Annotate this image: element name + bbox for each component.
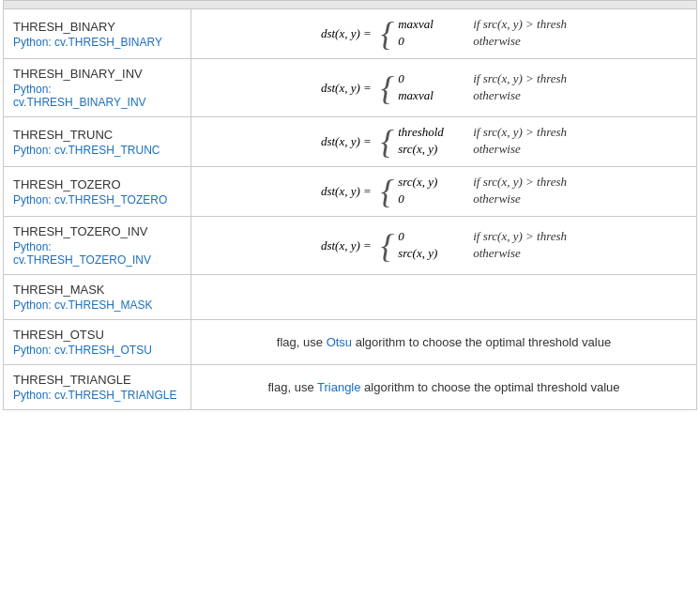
case-row: src(x, y) if src(x, y) > thresh <box>398 175 567 190</box>
algo-link: Triangle <box>317 380 360 394</box>
col-name: THRESH_TRIANGLE Python: cv.THRESH_TRIANG… <box>4 365 191 409</box>
big-brace: { <box>381 229 394 263</box>
case-value: maxval <box>398 88 464 103</box>
enum-name: THRESH_TOZERO_INV <box>13 224 181 238</box>
case-row: 0 if src(x, y) > thresh <box>398 71 567 86</box>
case-row: 0 if src(x, y) > thresh <box>398 229 567 244</box>
case-row: 0 otherwise <box>398 191 567 207</box>
table-body: THRESH_BINARY Python: cv.THRESH_BINARY d… <box>4 9 696 409</box>
big-brace: { <box>381 17 394 51</box>
case-condition: if src(x, y) > thresh <box>473 17 567 32</box>
case-condition: if src(x, y) > thresh <box>473 175 567 190</box>
case-row: maxval otherwise <box>398 88 567 103</box>
enum-name: THRESH_BINARY_INV <box>13 67 181 81</box>
table-row: THRESH_MASK Python: cv.THRESH_MASK <box>4 275 696 320</box>
enum-name: THRESH_OTSU <box>13 328 181 342</box>
case-row: threshold if src(x, y) > thresh <box>398 125 567 140</box>
python-name: Python: cv.THRESH_TOZERO <box>13 193 181 207</box>
case-condition: otherwise <box>473 142 521 157</box>
case-value: src(x, y) <box>398 142 464 157</box>
case-row: 0 otherwise <box>398 34 567 49</box>
case-condition: otherwise <box>473 34 521 49</box>
col-name: THRESH_BINARY_INV Python: cv.THRESH_BINA… <box>4 59 191 116</box>
case-value: 0 <box>398 34 464 49</box>
col-name: THRESH_MASK Python: cv.THRESH_MASK <box>4 275 191 319</box>
desc-text: flag, use Triangle algorithm to choose t… <box>267 380 619 394</box>
formula: dst(x, y) = { 0 if src(x, y) > thresh sr… <box>321 229 567 263</box>
col-desc <box>191 290 696 305</box>
enum-name: THRESH_TOZERO <box>13 177 181 191</box>
formula-lhs: dst(x, y) = <box>321 81 372 96</box>
table-row: THRESH_TRIANGLE Python: cv.THRESH_TRIANG… <box>4 365 696 409</box>
cases-rows: src(x, y) if src(x, y) > thresh 0 otherw… <box>398 175 567 208</box>
table-row: THRESH_TOZERO Python: cv.THRESH_TOZERO d… <box>4 167 696 217</box>
brace-cases: { 0 if src(x, y) > thresh src(x, y) othe… <box>381 229 567 263</box>
formula-lhs: dst(x, y) = <box>321 184 372 199</box>
enum-name: THRESH_TRUNC <box>13 128 181 142</box>
col-name: THRESH_OTSU Python: cv.THRESH_OTSU <box>4 320 191 364</box>
big-brace: { <box>381 175 394 208</box>
enum-name: THRESH_BINARY <box>13 20 181 34</box>
python-name: Python: cv.THRESH_MASK <box>13 298 181 312</box>
case-condition: otherwise <box>473 88 521 103</box>
python-name: Python: cv.THRESH_BINARY <box>13 36 181 49</box>
python-name: Python: cv.THRESH_BINARY_INV <box>13 83 181 109</box>
case-value: 0 <box>398 191 464 207</box>
table-row: THRESH_OTSU Python: cv.THRESH_OTSU flag,… <box>4 320 696 365</box>
algo-link: Otsu <box>327 335 352 349</box>
case-condition: otherwise <box>473 246 521 261</box>
table-row: THRESH_TOZERO_INV Python: cv.THRESH_TOZE… <box>4 217 696 275</box>
case-value: maxval <box>398 17 464 32</box>
cases-rows: 0 if src(x, y) > thresh src(x, y) otherw… <box>398 229 567 263</box>
col-desc: dst(x, y) = { 0 if src(x, y) > thresh ma… <box>191 64 696 113</box>
formula: dst(x, y) = { 0 if src(x, y) > thresh ma… <box>321 71 567 105</box>
formula: dst(x, y) = { src(x, y) if src(x, y) > t… <box>321 175 567 208</box>
brace-cases: { threshold if src(x, y) > thresh src(x,… <box>381 125 567 159</box>
col-desc: dst(x, y) = { src(x, y) if src(x, y) > t… <box>191 167 696 216</box>
formula-lhs: dst(x, y) = <box>321 134 372 149</box>
case-value: 0 <box>398 71 464 86</box>
brace-cases: { maxval if src(x, y) > thresh 0 otherwi… <box>381 17 567 51</box>
case-row: src(x, y) otherwise <box>398 246 567 261</box>
col-desc: dst(x, y) = { 0 if src(x, y) > thresh sr… <box>191 222 696 270</box>
enumerator-table: THRESH_BINARY Python: cv.THRESH_BINARY d… <box>3 0 697 410</box>
table-header <box>4 1 696 9</box>
python-name: Python: cv.THRESH_TRUNC <box>13 144 181 157</box>
col-desc: flag, use Triangle algorithm to choose t… <box>191 373 696 402</box>
case-row: src(x, y) otherwise <box>398 142 567 157</box>
cases-rows: maxval if src(x, y) > thresh 0 otherwise <box>398 17 567 51</box>
case-value: src(x, y) <box>398 246 464 261</box>
table-row: THRESH_BINARY_INV Python: cv.THRESH_BINA… <box>4 59 696 117</box>
formula-lhs: dst(x, y) = <box>321 238 372 253</box>
col-desc: flag, use Otsu algorithm to choose the o… <box>191 328 696 357</box>
col-desc: dst(x, y) = { threshold if src(x, y) > t… <box>191 117 696 166</box>
python-name: Python: cv.THRESH_TOZERO_INV <box>13 240 181 267</box>
formula-lhs: dst(x, y) = <box>321 26 372 41</box>
enum-name: THRESH_TRIANGLE <box>13 373 181 387</box>
case-condition: if src(x, y) > thresh <box>473 125 567 140</box>
python-name: Python: cv.THRESH_OTSU <box>13 344 181 357</box>
formula: dst(x, y) = { threshold if src(x, y) > t… <box>321 125 567 159</box>
table-row: THRESH_TRUNC Python: cv.THRESH_TRUNC dst… <box>4 117 696 167</box>
case-condition: if src(x, y) > thresh <box>473 229 567 244</box>
big-brace: { <box>381 71 394 105</box>
formula: dst(x, y) = { maxval if src(x, y) > thre… <box>321 17 567 51</box>
desc-text: flag, use Otsu algorithm to choose the o… <box>277 335 611 349</box>
big-brace: { <box>381 125 394 159</box>
enum-name: THRESH_MASK <box>13 283 181 297</box>
case-row: maxval if src(x, y) > thresh <box>398 17 567 32</box>
brace-cases: { 0 if src(x, y) > thresh maxval otherwi… <box>381 71 567 105</box>
python-name: Python: cv.THRESH_TRIANGLE <box>13 389 181 402</box>
case-condition: otherwise <box>473 191 521 207</box>
case-value: 0 <box>398 229 464 244</box>
brace-cases: { src(x, y) if src(x, y) > thresh 0 othe… <box>381 175 567 208</box>
cases-rows: 0 if src(x, y) > thresh maxval otherwise <box>398 71 567 105</box>
col-name: THRESH_BINARY Python: cv.THRESH_BINARY <box>4 9 191 58</box>
col-desc: dst(x, y) = { maxval if src(x, y) > thre… <box>191 9 696 58</box>
case-condition: if src(x, y) > thresh <box>473 71 567 86</box>
table-row: THRESH_BINARY Python: cv.THRESH_BINARY d… <box>4 9 696 59</box>
col-name: THRESH_TRUNC Python: cv.THRESH_TRUNC <box>4 117 191 166</box>
case-value: threshold <box>398 125 464 140</box>
col-name: THRESH_TOZERO_INV Python: cv.THRESH_TOZE… <box>4 217 191 274</box>
case-value: src(x, y) <box>398 175 464 190</box>
